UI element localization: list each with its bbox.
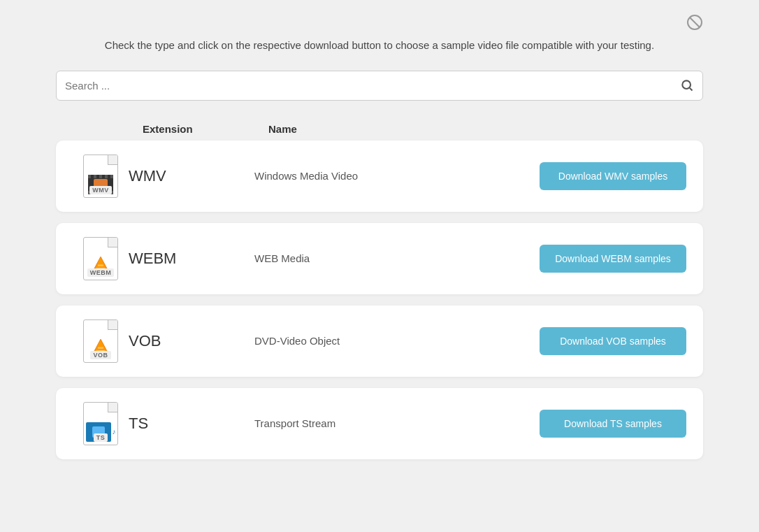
ban-icon	[686, 14, 703, 31]
extension-ts: TS	[129, 415, 254, 433]
header-extension: Extension	[143, 123, 268, 135]
file-icon-webm: WEBM	[73, 237, 129, 280]
file-icon-ts: ♪ TS	[73, 402, 129, 445]
extension-wmv: WMV	[129, 167, 254, 185]
name-wmv: Windows Media Video	[254, 170, 540, 182]
extension-vob: VOB	[129, 332, 254, 350]
svg-line-3	[690, 88, 693, 91]
svg-rect-11	[98, 347, 103, 348]
format-card-vob: VOB VOB DVD-Video Object Download VOB sa…	[56, 305, 703, 377]
svg-line-1	[690, 17, 700, 27]
extension-webm: WEBM	[129, 250, 254, 268]
name-ts: Transport Stream	[254, 417, 540, 429]
search-icon	[680, 78, 694, 92]
file-icon-wmv: WMV	[73, 154, 129, 198]
file-icon-vob: VOB	[73, 319, 129, 363]
search-container	[56, 71, 703, 101]
format-card-webm: WEBM WEBM WEB Media Download WEBM sample…	[56, 223, 703, 294]
name-webm: WEB Media	[254, 252, 540, 264]
svg-rect-7	[98, 264, 103, 266]
format-list: WMV WMV Windows Media Video Download WMV…	[56, 141, 703, 459]
format-card-ts: ♪ TS TS Transport Stream Download TS sam…	[56, 388, 703, 459]
table-headers: Extension Name	[56, 123, 703, 135]
name-vob: DVD-Video Object	[254, 335, 540, 347]
header-name: Name	[268, 123, 533, 135]
download-btn-webm[interactable]: Download WEBM samples	[540, 245, 686, 273]
svg-point-2	[682, 80, 691, 89]
download-btn-vob[interactable]: Download VOB samples	[540, 327, 686, 355]
download-btn-wmv[interactable]: Download WMV samples	[540, 162, 686, 190]
page-description: Check the type and click on the respecti…	[56, 38, 703, 54]
download-btn-ts[interactable]: Download TS samples	[540, 410, 686, 438]
format-card-wmv: WMV WMV Windows Media Video Download WMV…	[56, 141, 703, 212]
search-input[interactable]	[65, 71, 680, 100]
